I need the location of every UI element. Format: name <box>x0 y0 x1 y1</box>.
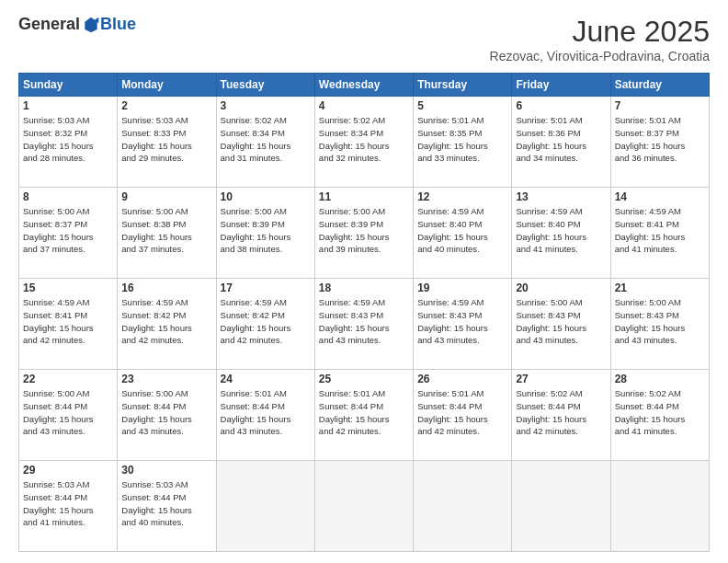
day-number: 24 <box>221 373 311 385</box>
logo-icon <box>82 16 100 34</box>
day-number: 21 <box>615 282 705 294</box>
calendar-header-row: Sunday Monday Tuesday Wednesday Thursday… <box>19 74 710 97</box>
day-number: 30 <box>121 464 211 477</box>
day-info: Sunrise: 4:59 AMSunset: 8:40 PMDaylight:… <box>417 205 507 256</box>
table-row: 1Sunrise: 5:03 AMSunset: 8:32 PMDaylight… <box>19 97 118 188</box>
table-row: 13Sunrise: 4:59 AMSunset: 8:40 PMDayligh… <box>512 188 610 279</box>
table-row <box>512 461 610 552</box>
table-row <box>216 461 314 552</box>
calendar-week-row: 15Sunrise: 4:59 AMSunset: 8:41 PMDayligh… <box>19 279 710 370</box>
day-info: Sunrise: 5:00 AMSunset: 8:44 PMDaylight:… <box>121 387 211 438</box>
day-number: 4 <box>319 99 409 112</box>
table-row: 20Sunrise: 5:00 AMSunset: 8:43 PMDayligh… <box>512 279 610 370</box>
day-info: Sunrise: 5:01 AMSunset: 8:37 PMDaylight:… <box>615 114 705 165</box>
day-number: 9 <box>121 190 211 203</box>
table-row: 22Sunrise: 5:00 AMSunset: 8:44 PMDayligh… <box>19 370 118 461</box>
day-number: 16 <box>121 282 211 294</box>
day-info: Sunrise: 5:02 AMSunset: 8:44 PMDaylight:… <box>615 387 705 438</box>
table-row: 10Sunrise: 5:00 AMSunset: 8:39 PMDayligh… <box>216 188 314 279</box>
day-info: Sunrise: 5:00 AMSunset: 8:37 PMDaylight:… <box>23 205 113 256</box>
table-row: 8Sunrise: 5:00 AMSunset: 8:37 PMDaylight… <box>19 188 118 279</box>
calendar-week-row: 29Sunrise: 5:03 AMSunset: 8:44 PMDayligh… <box>19 461 710 552</box>
day-number: 27 <box>516 373 606 385</box>
header-wednesday: Wednesday <box>314 74 413 97</box>
day-number: 14 <box>615 190 705 203</box>
day-info: Sunrise: 4:59 AMSunset: 8:43 PMDaylight:… <box>417 296 507 347</box>
day-info: Sunrise: 4:59 AMSunset: 8:40 PMDaylight:… <box>516 205 606 256</box>
day-info: Sunrise: 5:03 AMSunset: 8:44 PMDaylight:… <box>23 478 113 529</box>
table-row: 14Sunrise: 4:59 AMSunset: 8:41 PMDayligh… <box>610 188 709 279</box>
day-info: Sunrise: 5:00 AMSunset: 8:39 PMDaylight:… <box>319 205 409 256</box>
table-row: 4Sunrise: 5:02 AMSunset: 8:34 PMDaylight… <box>314 97 413 188</box>
day-number: 23 <box>121 373 211 385</box>
logo-general: General <box>18 15 80 34</box>
day-info: Sunrise: 4:59 AMSunset: 8:42 PMDaylight:… <box>121 296 211 347</box>
day-number: 18 <box>319 282 409 294</box>
day-number: 10 <box>221 190 311 203</box>
day-number: 13 <box>516 190 606 203</box>
table-row: 19Sunrise: 4:59 AMSunset: 8:43 PMDayligh… <box>414 279 512 370</box>
day-info: Sunrise: 4:59 AMSunset: 8:43 PMDaylight:… <box>319 296 409 347</box>
day-info: Sunrise: 4:59 AMSunset: 8:41 PMDaylight:… <box>23 296 113 347</box>
table-row: 30Sunrise: 5:03 AMSunset: 8:44 PMDayligh… <box>118 461 216 552</box>
day-info: Sunrise: 5:03 AMSunset: 8:44 PMDaylight:… <box>121 478 211 529</box>
day-info: Sunrise: 5:01 AMSunset: 8:44 PMDaylight:… <box>319 387 409 438</box>
table-row: 25Sunrise: 5:01 AMSunset: 8:44 PMDayligh… <box>314 370 413 461</box>
page: General Blue June 2025 Rezovac, Viroviti… <box>0 0 728 563</box>
day-info: Sunrise: 5:00 AMSunset: 8:38 PMDaylight:… <box>121 205 211 256</box>
day-number: 28 <box>615 373 705 385</box>
logo-blue: Blue <box>100 15 136 34</box>
table-row: 28Sunrise: 5:02 AMSunset: 8:44 PMDayligh… <box>610 370 709 461</box>
day-info: Sunrise: 5:00 AMSunset: 8:44 PMDaylight:… <box>23 387 113 438</box>
table-row: 6Sunrise: 5:01 AMSunset: 8:36 PMDaylight… <box>512 97 610 188</box>
table-row: 24Sunrise: 5:01 AMSunset: 8:44 PMDayligh… <box>216 370 314 461</box>
table-row: 9Sunrise: 5:00 AMSunset: 8:38 PMDaylight… <box>118 188 216 279</box>
day-info: Sunrise: 5:03 AMSunset: 8:32 PMDaylight:… <box>23 114 113 165</box>
title-area: June 2025 Rezovac, Virovitica-Podravina,… <box>490 15 710 63</box>
day-number: 15 <box>23 282 113 294</box>
table-row: 16Sunrise: 4:59 AMSunset: 8:42 PMDayligh… <box>118 279 216 370</box>
header-tuesday: Tuesday <box>216 74 314 97</box>
header: General Blue June 2025 Rezovac, Viroviti… <box>18 15 710 63</box>
table-row <box>610 461 709 552</box>
day-number: 7 <box>615 99 705 112</box>
day-info: Sunrise: 5:00 AMSunset: 8:43 PMDaylight:… <box>615 296 705 347</box>
logo: General Blue <box>18 15 136 34</box>
day-info: Sunrise: 4:59 AMSunset: 8:42 PMDaylight:… <box>221 296 311 347</box>
day-info: Sunrise: 5:02 AMSunset: 8:44 PMDaylight:… <box>516 387 606 438</box>
table-row: 29Sunrise: 5:03 AMSunset: 8:44 PMDayligh… <box>19 461 118 552</box>
table-row: 12Sunrise: 4:59 AMSunset: 8:40 PMDayligh… <box>414 188 512 279</box>
calendar-table: Sunday Monday Tuesday Wednesday Thursday… <box>18 73 710 552</box>
table-row: 15Sunrise: 4:59 AMSunset: 8:41 PMDayligh… <box>19 279 118 370</box>
table-row: 2Sunrise: 5:03 AMSunset: 8:33 PMDaylight… <box>118 97 216 188</box>
day-number: 3 <box>221 99 311 112</box>
header-sunday: Sunday <box>19 74 118 97</box>
table-row: 3Sunrise: 5:02 AMSunset: 8:34 PMDaylight… <box>216 97 314 188</box>
day-info: Sunrise: 5:03 AMSunset: 8:33 PMDaylight:… <box>121 114 211 165</box>
table-row: 5Sunrise: 5:01 AMSunset: 8:35 PMDaylight… <box>414 97 512 188</box>
day-info: Sunrise: 5:00 AMSunset: 8:43 PMDaylight:… <box>516 296 606 347</box>
subtitle: Rezovac, Virovitica-Podravina, Croatia <box>490 49 710 63</box>
table-row: 26Sunrise: 5:01 AMSunset: 8:44 PMDayligh… <box>414 370 512 461</box>
table-row: 18Sunrise: 4:59 AMSunset: 8:43 PMDayligh… <box>314 279 413 370</box>
header-monday: Monday <box>118 74 216 97</box>
table-row: 7Sunrise: 5:01 AMSunset: 8:37 PMDaylight… <box>610 97 709 188</box>
day-number: 1 <box>23 99 113 112</box>
day-info: Sunrise: 5:01 AMSunset: 8:44 PMDaylight:… <box>221 387 311 438</box>
day-info: Sunrise: 5:00 AMSunset: 8:39 PMDaylight:… <box>221 205 311 256</box>
table-row: 11Sunrise: 5:00 AMSunset: 8:39 PMDayligh… <box>314 188 413 279</box>
day-number: 11 <box>319 190 409 203</box>
day-number: 2 <box>121 99 211 112</box>
day-number: 8 <box>23 190 113 203</box>
calendar-week-row: 8Sunrise: 5:00 AMSunset: 8:37 PMDaylight… <box>19 188 710 279</box>
day-info: Sunrise: 5:01 AMSunset: 8:44 PMDaylight:… <box>417 387 507 438</box>
header-thursday: Thursday <box>414 74 512 97</box>
table-row: 27Sunrise: 5:02 AMSunset: 8:44 PMDayligh… <box>512 370 610 461</box>
day-info: Sunrise: 5:01 AMSunset: 8:35 PMDaylight:… <box>417 114 507 165</box>
table-row: 23Sunrise: 5:00 AMSunset: 8:44 PMDayligh… <box>118 370 216 461</box>
day-number: 29 <box>23 464 113 477</box>
table-row: 21Sunrise: 5:00 AMSunset: 8:43 PMDayligh… <box>610 279 709 370</box>
table-row: 17Sunrise: 4:59 AMSunset: 8:42 PMDayligh… <box>216 279 314 370</box>
day-number: 5 <box>417 99 507 112</box>
day-number: 12 <box>417 190 507 203</box>
